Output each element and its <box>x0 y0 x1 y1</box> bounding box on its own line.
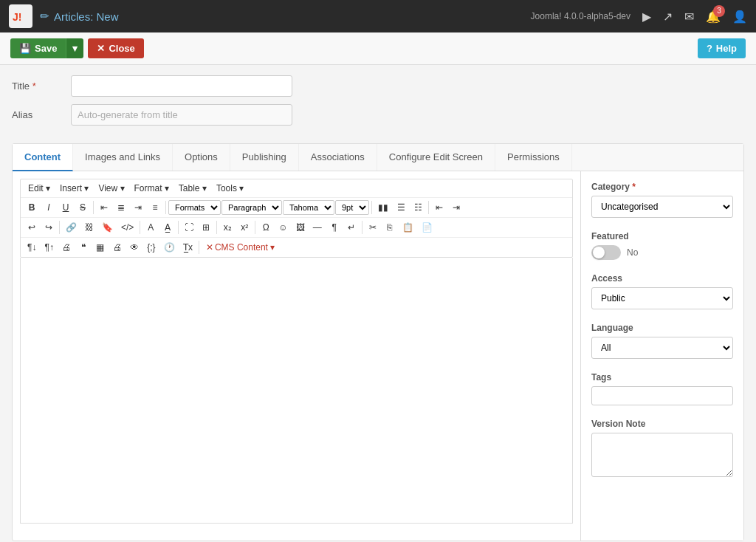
svg-text:J!: J! <box>13 11 21 23</box>
outdent-button[interactable]: ⇤ <box>431 200 447 215</box>
ordered-list-button[interactable]: ☷ <box>410 200 426 215</box>
close-button[interactable]: ✕ Close <box>88 38 143 58</box>
toggle-thumb <box>593 247 605 258</box>
fullscreen-button[interactable]: ⛶ <box>181 220 197 235</box>
tab-images-links[interactable]: Images and Links <box>73 144 173 171</box>
separator9 <box>255 221 255 234</box>
joomla-logo-icon[interactable]: J! <box>9 4 32 28</box>
formats-select[interactable]: Formats <box>168 200 221 215</box>
paste-text-button[interactable]: 📄 <box>418 220 436 235</box>
right-sidebar: Category * Uncategorised Featured No <box>581 171 743 541</box>
emoji-button[interactable]: ☺ <box>275 220 291 235</box>
cms-icon: ✕ <box>206 242 213 253</box>
save-button[interactable]: 💾 Save <box>10 38 66 58</box>
tab-associations[interactable]: Associations <box>299 144 377 171</box>
bookmark-button[interactable]: 🔖 <box>98 220 117 235</box>
tab-options[interactable]: Options <box>173 144 230 171</box>
bold-button[interactable]: B <box>24 200 40 215</box>
editor-menu-tools[interactable]: Tools ▾ <box>212 182 248 195</box>
link-button[interactable]: 🔗 <box>62 220 80 235</box>
paragraph-mark-button[interactable]: ¶ <box>326 220 343 235</box>
language-select[interactable]: All <box>591 337 733 359</box>
separator10 <box>362 221 362 234</box>
blockquote-button[interactable]: ❝ <box>75 240 92 255</box>
unlink-button[interactable]: ⛓ <box>81 220 97 235</box>
undo-button[interactable]: ↩ <box>24 220 40 235</box>
font-select[interactable]: Tahoma <box>283 200 334 215</box>
special-chars-button[interactable]: Ω <box>258 220 274 235</box>
clear-format-button[interactable]: T̲x <box>179 240 196 255</box>
image-button[interactable]: 🖼 <box>292 220 309 235</box>
italic-button[interactable]: I <box>41 200 57 215</box>
underline-button[interactable]: U <box>58 200 74 215</box>
tab-configure-edit[interactable]: Configure Edit Screen <box>377 144 495 171</box>
tags-label: Tags <box>591 372 733 383</box>
copy-button[interactable]: ⎘ <box>382 220 398 235</box>
mail-icon[interactable]: ✉ <box>684 10 694 24</box>
save-dropdown-button[interactable]: ▾ <box>66 38 83 58</box>
help-button[interactable]: ? Help <box>698 38 746 58</box>
editor-area: Edit ▾ Insert ▾ View ▾ Format ▾ Table ▾ … <box>13 171 581 541</box>
hr-button[interactable]: — <box>309 220 326 235</box>
table-button[interactable]: ⊞ <box>198 220 214 235</box>
editor-menu-table[interactable]: Table ▾ <box>174 182 211 195</box>
notification-bell[interactable]: 🔔 3 <box>706 10 721 24</box>
media-button[interactable]: ▦ <box>92 240 109 255</box>
separator5 <box>59 221 60 234</box>
show-invisible-button[interactable]: ↵ <box>343 220 360 235</box>
align-justify-button[interactable]: ≡ <box>147 200 163 215</box>
separator7 <box>178 221 179 234</box>
alias-label: Alias <box>12 109 71 120</box>
tags-input[interactable] <box>591 386 733 405</box>
tab-permissions[interactable]: Permissions <box>495 144 572 171</box>
align-left-button[interactable]: ⇤ <box>96 200 112 215</box>
align-center-button[interactable]: ≣ <box>113 200 129 215</box>
paste-button[interactable]: 📋 <box>399 220 417 235</box>
page-title: Articles: New <box>54 10 119 23</box>
pilcrow-up-button[interactable]: ¶↑ <box>41 240 57 255</box>
toggle-track[interactable] <box>591 245 621 260</box>
title-input[interactable] <box>71 75 292 97</box>
cut-button[interactable]: ✂ <box>365 220 381 235</box>
clock-button[interactable]: 🕐 <box>160 240 179 255</box>
editor-menu-format[interactable]: Format ▾ <box>130 182 173 195</box>
align-right-button[interactable]: ⇥ <box>130 200 146 215</box>
bg-color-button[interactable]: A̲ <box>159 220 176 235</box>
external-link-icon[interactable]: ↗ <box>663 10 673 24</box>
tab-publishing[interactable]: Publishing <box>230 144 299 171</box>
editor-canvas[interactable] <box>20 258 573 524</box>
print2-button[interactable]: 🖨 <box>109 240 126 255</box>
paragraph-select[interactable]: Paragraph <box>221 200 282 215</box>
language-label: Language <box>591 323 733 333</box>
strikethrough-button[interactable]: S <box>75 200 91 215</box>
access-select[interactable]: Public Registered Special <box>591 287 733 309</box>
show-source-button[interactable]: 👁 <box>126 240 142 255</box>
editor-menu-insert[interactable]: Insert ▾ <box>55 182 93 195</box>
editor-format-row2: ↩ ↪ 🔗 ⛓ 🔖 </> A A̲ ⛶ ⊞ x₂ x² <box>21 218 572 238</box>
featured-toggle[interactable] <box>591 245 621 260</box>
cms-content-menu[interactable]: ✕ CMS Content ▾ <box>202 241 279 254</box>
preview-icon[interactable]: ▶ <box>642 10 651 24</box>
insert-code-button[interactable]: {;} <box>143 240 159 255</box>
unordered-list-button[interactable]: ☰ <box>393 200 409 215</box>
size-select[interactable]: 9pt <box>335 200 369 215</box>
version-note-textarea[interactable] <box>591 433 733 477</box>
editor-menu-view[interactable]: View ▾ <box>94 182 128 195</box>
editor-menu-edit[interactable]: Edit ▾ <box>24 182 55 195</box>
user-icon[interactable]: 👤 <box>732 10 747 24</box>
superscript-button[interactable]: x² <box>236 220 252 235</box>
print-button[interactable]: 🖨 <box>58 240 75 255</box>
font-color-button[interactable]: A <box>142 220 159 235</box>
alias-input[interactable] <box>71 104 292 126</box>
title-label: Title * <box>12 80 71 92</box>
tab-content[interactable]: Content <box>13 144 73 171</box>
access-field: Access Public Registered Special <box>591 273 733 309</box>
pilcrow-down-button[interactable]: ¶↓ <box>24 240 40 255</box>
special-char-button[interactable]: ▮▮ <box>374 200 392 215</box>
indent-button[interactable]: ⇥ <box>448 200 464 215</box>
code-button[interactable]: </> <box>117 220 137 235</box>
subscript-button[interactable]: x₂ <box>219 220 236 235</box>
category-select[interactable]: Uncategorised <box>591 196 733 218</box>
featured-value: No <box>627 247 638 258</box>
redo-button[interactable]: ↪ <box>41 220 57 235</box>
